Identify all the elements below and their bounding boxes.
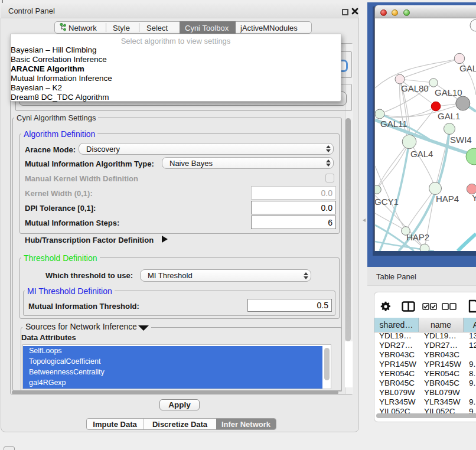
svg-text:GAL4: GAL4 — [410, 149, 433, 159]
svg-text:HAP2: HAP2 — [406, 232, 429, 242]
svg-text:HAP4: HAP4 — [436, 194, 459, 204]
svg-text:SWI4: SWI4 — [450, 135, 472, 145]
svg-text:GAL80: GAL80 — [401, 83, 429, 93]
svg-text:GCY1: GCY1 — [375, 197, 399, 207]
svg-text:Y: Y — [472, 193, 476, 203]
svg-text:GAL1: GAL1 — [438, 111, 460, 121]
svg-text:GAL10: GAL10 — [435, 87, 462, 97]
svg-text:GAL11: GAL11 — [380, 119, 407, 129]
svg-text:GAL2: GAL2 — [459, 63, 476, 73]
